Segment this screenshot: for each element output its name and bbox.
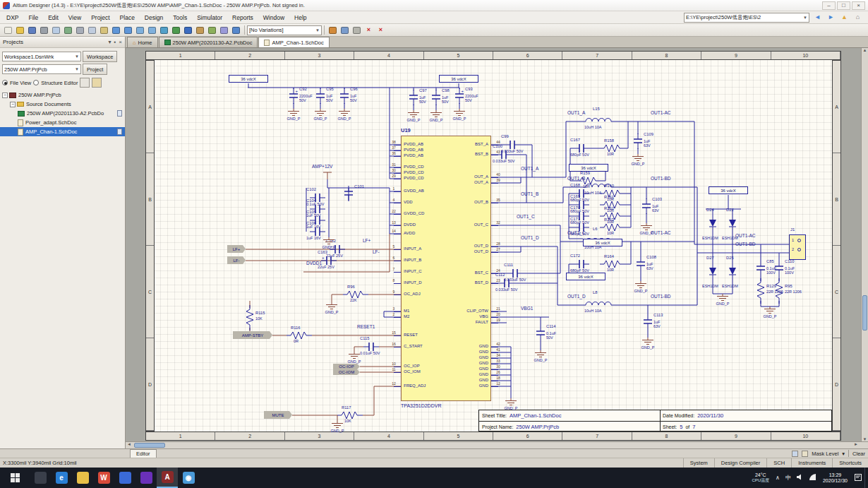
place-wire-icon[interactable] xyxy=(170,25,182,35)
status-panel-shortcuts[interactable]: Shortcuts xyxy=(832,458,868,468)
power-port-36vdcx[interactable]: 36 vdcX xyxy=(566,273,605,280)
component-value[interactable]: 1uF 16V xyxy=(306,236,321,240)
menu-help[interactable]: Help xyxy=(289,13,311,23)
workspace-button[interactable]: Workspace xyxy=(83,51,117,62)
taskbar-chrome-icon[interactable]: ◉ xyxy=(178,468,199,488)
ic-pin[interactable] xyxy=(394,272,401,273)
resistor-symbol[interactable] xyxy=(757,278,765,304)
component-value[interactable]: 0.033uF 50V xyxy=(495,287,518,292)
net-label[interactable]: RESET1 xyxy=(357,324,375,329)
component-ref[interactable]: C168 xyxy=(570,183,580,187)
capacitor-symbol[interactable] xyxy=(431,90,441,105)
net-label[interactable]: OUT1_B xyxy=(521,191,538,196)
menu-reports[interactable]: Reports xyxy=(227,13,258,23)
component-ref[interactable]: C172 xyxy=(570,254,580,258)
status-panel-sch[interactable]: SCH xyxy=(766,458,791,468)
component-value[interactable]: 50V xyxy=(299,98,306,102)
menu-project[interactable]: Project xyxy=(86,13,114,23)
resistor-symbol[interactable] xyxy=(246,305,254,331)
document-path-combo[interactable]: E:\YE\project\250W低音炮\ES\2 ▼ xyxy=(684,13,809,23)
component-ref[interactable]: C101 xyxy=(354,184,364,189)
power-bar-symbol[interactable] xyxy=(322,171,333,179)
component-ref[interactable]: C105 xyxy=(306,210,316,214)
status-panel-system[interactable]: System xyxy=(683,458,714,468)
gnd-label[interactable]: GND_P xyxy=(404,118,423,122)
capacitor-symbol[interactable] xyxy=(774,261,784,276)
diode-symbol[interactable] xyxy=(728,263,737,282)
component-ref[interactable]: C167 xyxy=(570,138,580,142)
ime-indicator[interactable]: 中 xyxy=(783,474,794,482)
gnd-symbol[interactable] xyxy=(430,110,442,118)
place-bus-icon[interactable] xyxy=(182,25,194,35)
gnd-symbol[interactable] xyxy=(641,338,654,345)
component-ref[interactable]: C111 xyxy=(504,263,513,267)
variations-combo[interactable]: [No Variations] ▼ xyxy=(247,25,322,35)
taskbar-altium-icon[interactable]: A xyxy=(157,468,178,488)
resistor-symbol[interactable] xyxy=(287,331,312,340)
gnd-label[interactable]: GND_P xyxy=(319,245,339,249)
sheet-port[interactable]: AMP-STBY xyxy=(233,331,272,339)
sheet-port[interactable]: LF+ xyxy=(227,245,246,253)
gnd-symbol[interactable] xyxy=(764,307,776,314)
gnd-symbol[interactable] xyxy=(534,350,547,358)
file-view-radio[interactable] xyxy=(2,80,8,85)
ic-pin[interactable] xyxy=(491,183,498,184)
tree-item-amp-chan-1-schdoc[interactable]: AMP_Chan-1.SchDoc xyxy=(0,127,125,136)
project-combo[interactable]: 250W AMP.PrjPcb ▼ xyxy=(2,64,81,74)
capacitor-symbol[interactable] xyxy=(315,88,325,104)
clear-button[interactable]: Clear xyxy=(852,451,865,457)
component-value[interactable]: 50V xyxy=(350,98,357,102)
gnd-symbol[interactable] xyxy=(716,294,729,302)
minimize-button[interactable]: – xyxy=(822,1,836,10)
gnd-symbol[interactable] xyxy=(314,109,327,117)
show-structure-icon[interactable] xyxy=(80,78,90,88)
vertical-scroll-thumb[interactable] xyxy=(862,295,867,331)
capacitor-symbol[interactable]: + xyxy=(321,256,337,266)
save-icon[interactable] xyxy=(26,25,38,35)
capacitor-symbol[interactable] xyxy=(507,268,523,278)
power-port-36vdcx[interactable]: 36 vdcX xyxy=(439,75,478,83)
status-panel-instruments[interactable]: Instruments xyxy=(791,458,832,468)
net-label[interactable]: LF+ xyxy=(363,238,370,243)
component-ref[interactable]: C169 xyxy=(570,194,580,198)
ic-pin[interactable] xyxy=(394,234,401,234)
close-all-icon[interactable]: × xyxy=(375,25,387,35)
component-ref[interactable]: C112 xyxy=(495,273,505,277)
horizontal-scrollbar[interactable]: ◄ ► xyxy=(126,441,868,448)
component-ref[interactable]: C115 xyxy=(360,336,369,340)
component-value[interactable]: ESH1DM xyxy=(702,236,718,240)
sheet-port[interactable]: MUTE xyxy=(264,411,292,419)
cut-icon[interactable] xyxy=(74,25,86,35)
component-value[interactable]: 10uH 10A xyxy=(584,125,601,129)
gnd-label[interactable]: GND_P xyxy=(450,117,469,121)
component-value[interactable]: 63V xyxy=(653,324,661,328)
gnd-symbol[interactable] xyxy=(505,398,517,406)
menu-dxp[interactable]: DXP xyxy=(1,13,23,23)
print-icon[interactable] xyxy=(38,25,50,35)
place-net-label-icon[interactable] xyxy=(230,25,242,35)
component-ref[interactable]: C97 xyxy=(419,88,427,93)
capacitor-symbol[interactable] xyxy=(574,259,589,269)
net-label[interactable]: DVDD1 xyxy=(306,261,322,266)
component-ref[interactable]: R160 xyxy=(604,184,614,188)
component-ref[interactable]: C99 xyxy=(501,134,509,138)
network-icon[interactable] xyxy=(806,474,819,482)
menu-design[interactable]: Design xyxy=(140,13,168,23)
gnd-label[interactable]: GND_P xyxy=(327,429,347,433)
net-label[interactable]: OUT1_C xyxy=(517,214,535,219)
component-value[interactable]: 0.033uF 50V xyxy=(493,159,515,163)
component-value[interactable]: 50V xyxy=(442,100,449,104)
mask-dim-icon[interactable] xyxy=(802,451,808,457)
component-value[interactable]: 0.01uF 50V xyxy=(360,351,380,355)
ic-pin[interactable] xyxy=(394,347,401,347)
net-label[interactable]: OUT1_D xyxy=(567,294,586,299)
ic-pin[interactable] xyxy=(491,203,498,203)
gnd-symbol[interactable] xyxy=(632,154,644,162)
diode-symbol[interactable] xyxy=(708,215,718,234)
gnd-label[interactable]: GND_P xyxy=(284,117,303,121)
component-ref[interactable]: C114 xyxy=(546,324,555,328)
scroll-left-icon[interactable]: ◄ xyxy=(126,442,131,446)
component-value[interactable]: 50V xyxy=(326,98,333,102)
gnd-label[interactable]: GND_P xyxy=(311,117,330,121)
ic-pin[interactable] xyxy=(394,261,401,261)
